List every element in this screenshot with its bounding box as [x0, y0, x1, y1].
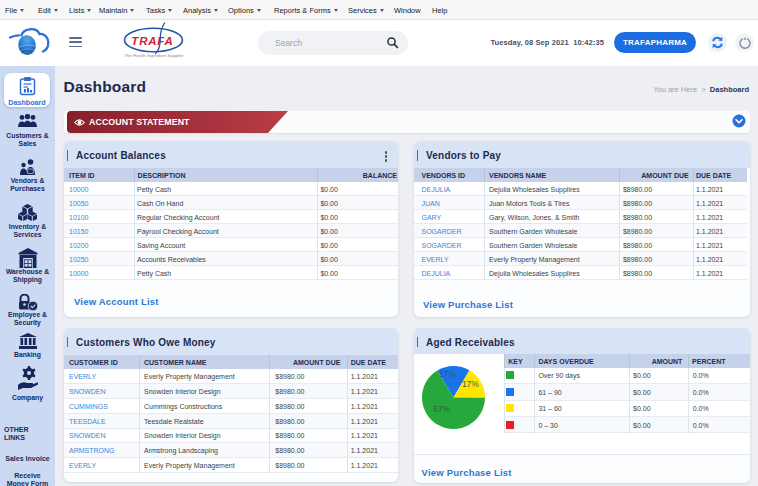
- svg-text:67%: 67%: [433, 404, 450, 414]
- svg-text:17%: 17%: [439, 369, 456, 379]
- svg-text:The Health Ingredient Supplier: The Health Ingredient Supplier: [124, 53, 184, 58]
- svg-text:TRAFA: TRAFA: [131, 35, 173, 47]
- svg-text:17%: 17%: [462, 378, 479, 388]
